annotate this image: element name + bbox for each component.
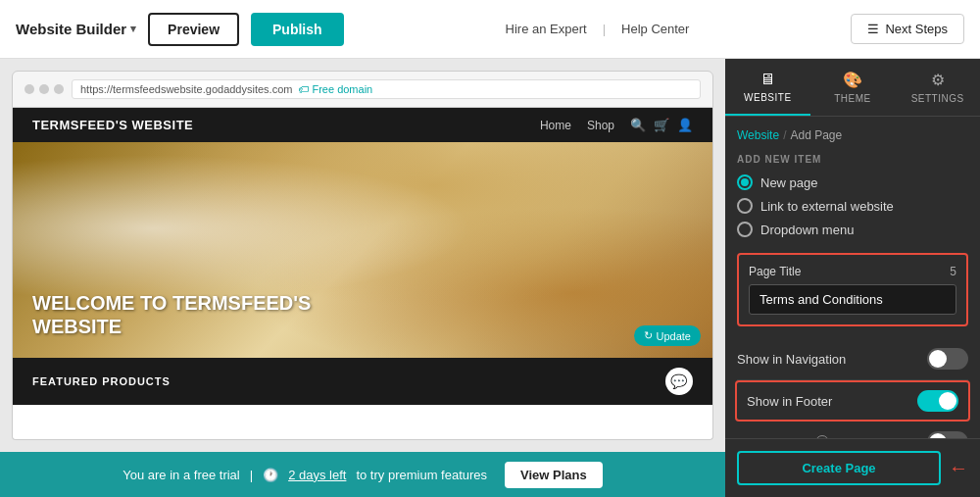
show-in-footer-toggle[interactable] xyxy=(917,390,958,412)
arrow-indicator: ← xyxy=(949,457,968,479)
radio-external-label: Link to external website xyxy=(760,199,894,214)
page-title-input[interactable] xyxy=(749,284,956,315)
nav-divider: | xyxy=(603,22,606,36)
view-plans-button[interactable]: View Plans xyxy=(505,462,603,488)
hero-text: WELCOME TO TERMSFEED'SWEBSITE xyxy=(32,291,311,338)
nav-home[interactable]: Home xyxy=(540,119,571,132)
site-nav: Home Shop 🔍 🛒 👤 xyxy=(540,118,693,132)
toggle-knob-nav xyxy=(929,350,947,368)
top-navigation: Website Builder ▾ Preview Publish Hire a… xyxy=(0,0,980,59)
radio-circle-new-page xyxy=(737,174,753,190)
days-left: 2 days left xyxy=(288,468,346,482)
breadcrumb-current: Add Page xyxy=(790,128,842,142)
website-tab-icon: 🖥 xyxy=(760,71,775,88)
update-label: Update xyxy=(657,330,691,342)
search-icon[interactable]: 🔍 xyxy=(630,118,646,132)
theme-tab-icon: 🎨 xyxy=(843,71,862,89)
dot-green xyxy=(54,84,64,94)
divider: | xyxy=(250,468,253,482)
tag-icon: 🏷 xyxy=(298,83,309,95)
nav-right: ☰ Next Steps xyxy=(851,14,964,44)
browser-content: TERMSFEED'S WEBSITE Home Shop 🔍 🛒 👤 xyxy=(12,108,713,440)
chat-button[interactable]: 💬 xyxy=(665,368,693,395)
next-steps-button[interactable]: ☰ Next Steps xyxy=(851,14,964,44)
dot-yellow xyxy=(39,84,49,94)
panel-tabs: 🖥 WEBSITE 🎨 THEME ⚙ SETTINGS xyxy=(725,59,980,117)
brand-chevron-icon: ▾ xyxy=(130,23,136,35)
nav-center: Hire an Expert | Help Center xyxy=(506,22,690,36)
private-page-toggle[interactable] xyxy=(927,431,968,438)
breadcrumb-separator: / xyxy=(783,128,786,142)
radio-dropdown[interactable]: Dropdown menu xyxy=(737,222,968,237)
private-page-row: Private Page i xyxy=(737,422,968,438)
cart-icon[interactable]: 🛒 xyxy=(654,118,669,132)
free-domain-badge[interactable]: 🏷 Free domain xyxy=(298,83,372,95)
preview-button[interactable]: Preview xyxy=(148,13,239,46)
settings-tab-icon: ⚙ xyxy=(931,71,945,89)
theme-tab-label: THEME xyxy=(834,93,871,104)
browser-preview: https://termsfeedswebsite.godaddysites.c… xyxy=(0,59,725,452)
radio-new-page-label: New page xyxy=(760,175,818,190)
toggle-knob-footer xyxy=(939,392,956,410)
show-in-nav-label: Show in Navigation xyxy=(737,352,846,367)
radio-external[interactable]: Link to external website xyxy=(737,198,968,214)
dot-red xyxy=(24,84,34,94)
publish-button[interactable]: Publish xyxy=(251,13,344,46)
tab-theme[interactable]: 🎨 THEME xyxy=(810,59,896,116)
show-in-footer-label: Show in Footer xyxy=(747,394,832,409)
create-page-section: Create Page ← xyxy=(725,438,980,497)
create-page-button[interactable]: Create Page xyxy=(737,451,941,485)
section-label: ADD NEW ITEM xyxy=(737,154,968,165)
nav-shop[interactable]: Shop xyxy=(587,119,614,132)
site-nav-icons: 🔍 🛒 👤 xyxy=(630,118,693,132)
page-title-label: Page Title xyxy=(749,265,801,278)
tab-website[interactable]: 🖥 WEBSITE xyxy=(725,59,810,116)
trial-text: You are in a free trial xyxy=(122,468,239,482)
brand-name: Website Builder xyxy=(16,21,126,37)
page-title-char-count: 5 xyxy=(950,265,956,278)
hero-section: WELCOME TO TERMSFEED'SWEBSITE ↻ Update xyxy=(13,142,712,358)
website-tab-label: WEBSITE xyxy=(744,92,792,103)
site-header: TERMSFEED'S WEBSITE Home Shop 🔍 🛒 👤 xyxy=(13,108,712,142)
toggle-knob-private xyxy=(929,433,947,438)
url-text: https://termsfeedswebsite.godaddysites.c… xyxy=(80,83,292,95)
nav-left: Website Builder ▾ Preview Publish xyxy=(16,13,344,46)
breadcrumb: Website / Add Page xyxy=(737,128,968,142)
tab-settings[interactable]: ⚙ SETTINGS xyxy=(895,59,980,116)
hire-expert-link[interactable]: Hire an Expert xyxy=(506,22,587,36)
show-in-nav-toggle[interactable] xyxy=(927,348,968,370)
settings-tab-label: SETTINGS xyxy=(911,93,964,104)
breadcrumb-parent[interactable]: Website xyxy=(737,128,779,142)
user-icon[interactable]: 👤 xyxy=(677,118,693,132)
show-in-footer-row: Show in Footer xyxy=(735,380,970,422)
right-panel: 🖥 WEBSITE 🎨 THEME ⚙ SETTINGS Website / A… xyxy=(725,59,980,497)
clock-icon: 🕐 xyxy=(263,468,278,482)
update-badge[interactable]: ↻ Update xyxy=(634,325,701,346)
show-in-navigation-row: Show in Navigation xyxy=(737,338,968,380)
help-center-link[interactable]: Help Center xyxy=(621,22,689,36)
featured-bar: FEATURED PRODUCTS 💬 xyxy=(13,358,712,405)
page-title-section: Page Title 5 xyxy=(737,253,968,326)
trial-bar: You are in a free trial | 🕐 2 days left … xyxy=(0,452,725,497)
radio-dropdown-label: Dropdown menu xyxy=(760,223,854,237)
refresh-icon: ↻ xyxy=(644,329,653,342)
radio-circle-external xyxy=(737,198,753,214)
main-area: https://termsfeedswebsite.godaddysites.c… xyxy=(0,59,980,497)
field-header: Page Title 5 xyxy=(749,265,956,278)
hero-title: WELCOME TO TERMSFEED'SWEBSITE xyxy=(32,291,311,338)
address-bar[interactable]: https://termsfeedswebsite.godaddysites.c… xyxy=(72,79,701,99)
featured-label: FEATURED PRODUCTS xyxy=(32,375,171,387)
radio-group-new-item: New page Link to external website Dropdo… xyxy=(737,174,968,237)
panel-content: Website / Add Page ADD NEW ITEM New page… xyxy=(725,117,980,438)
try-suffix: to try premium features xyxy=(356,468,487,482)
radio-dot-new-page xyxy=(741,178,749,186)
next-steps-icon: ☰ xyxy=(867,22,879,36)
browser-chrome: https://termsfeedswebsite.godaddysites.c… xyxy=(12,71,713,108)
site-brand-name: TERMSFEED'S WEBSITE xyxy=(32,118,193,132)
radio-circle-dropdown xyxy=(737,222,753,237)
free-domain-label: Free domain xyxy=(312,83,372,95)
next-steps-label: Next Steps xyxy=(885,22,948,36)
radio-new-page[interactable]: New page xyxy=(737,174,968,190)
browser-dots xyxy=(24,84,64,94)
brand-logo[interactable]: Website Builder ▾ xyxy=(16,21,136,37)
